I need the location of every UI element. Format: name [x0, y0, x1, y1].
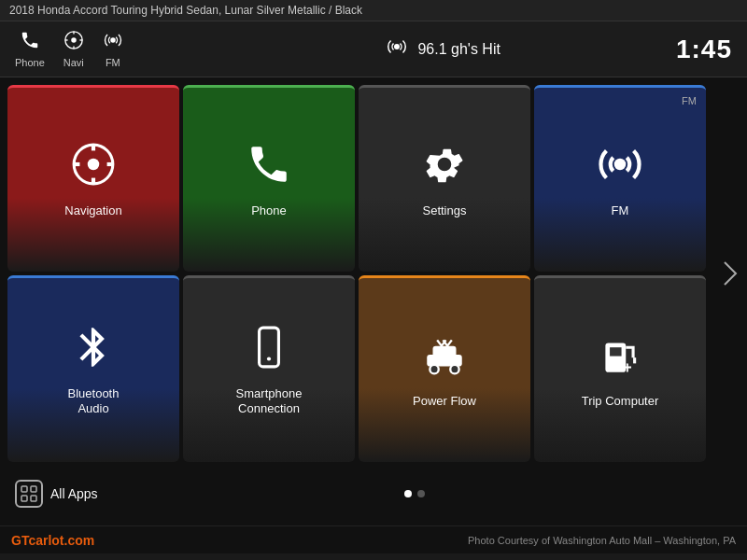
- svg-rect-28: [31, 496, 36, 501]
- svg-rect-22: [610, 347, 622, 356]
- phone-label: Phone: [251, 203, 287, 218]
- photo-label: 2018 Honda Accord Touring Hybrid Sedan, …: [0, 0, 747, 21]
- header-navi-button[interactable]: Navi: [63, 30, 84, 68]
- svg-point-14: [614, 159, 627, 171]
- fm-tile[interactable]: FM FM: [534, 85, 706, 272]
- bluetooth-audio-tile[interactable]: BluetoothAudio: [7, 275, 179, 462]
- phone-header-icon: [20, 30, 40, 55]
- svg-rect-26: [31, 486, 36, 492]
- fm-icon: [597, 141, 643, 194]
- power-flow-label: Power Flow: [413, 394, 476, 409]
- all-apps-button[interactable]: All Apps: [15, 480, 98, 508]
- bluetooth-audio-label: BluetoothAudio: [68, 386, 120, 415]
- radio-station-text: 96.1 gh's Hit: [417, 41, 500, 58]
- radio-display: 96.1 gh's Hit: [229, 35, 657, 63]
- svg-point-6: [110, 37, 116, 43]
- svg-point-9: [88, 159, 100, 171]
- svg-rect-25: [21, 486, 27, 492]
- header-fm-button[interactable]: FM: [103, 30, 123, 68]
- header-nav-group: Phone Navi: [15, 30, 229, 68]
- svg-point-1: [71, 37, 77, 43]
- pagination-dot-1: [404, 490, 412, 497]
- clock-display: 1:45: [657, 35, 732, 64]
- header-bar: Phone Navi: [0, 21, 747, 77]
- smartphone-connection-tile[interactable]: SmartphoneConnection: [183, 275, 355, 462]
- fm-badge: FM: [682, 95, 697, 106]
- smartphone-icon: [246, 324, 292, 377]
- navigation-label: Navigation: [64, 203, 121, 218]
- app-grid-container: Navigation Phone Settings: [0, 77, 747, 469]
- pagination-dots: [98, 490, 732, 497]
- radio-icon: [386, 35, 408, 63]
- next-page-chevron[interactable]: [713, 77, 747, 469]
- watermark-logo: GTcarlot.com: [11, 533, 94, 548]
- navigation-tile[interactable]: Navigation: [7, 85, 179, 272]
- svg-rect-15: [260, 329, 279, 368]
- trip-computer-label: Trip Computer: [582, 394, 659, 409]
- settings-icon: [421, 141, 468, 194]
- navi-header-label: Navi: [63, 57, 84, 68]
- infotainment-screen: Phone Navi: [0, 21, 747, 525]
- navi-header-icon: [63, 30, 84, 55]
- svg-point-7: [394, 44, 400, 49]
- fm-header-label: FM: [106, 57, 120, 68]
- trip-computer-tile[interactable]: + Trip Computer: [534, 275, 706, 462]
- svg-rect-18: [433, 346, 457, 358]
- svg-point-19: [430, 365, 438, 373]
- power-flow-tile[interactable]: Power Flow: [359, 275, 530, 462]
- navigation-icon: [70, 141, 117, 194]
- phone-icon: [246, 141, 292, 194]
- all-apps-icon: [15, 480, 43, 508]
- pagination-dot-2: [417, 490, 425, 497]
- trip-computer-icon: +: [597, 331, 643, 385]
- watermark-credit: Photo Courtesy of Washington Auto Mall –…: [468, 535, 736, 546]
- bottom-bar: All Apps: [0, 469, 747, 518]
- phone-header-label: Phone: [15, 57, 45, 68]
- smartphone-connection-label: SmartphoneConnection: [236, 386, 303, 415]
- app-grid: Navigation Phone Settings: [0, 77, 713, 469]
- phone-tile[interactable]: Phone: [183, 85, 355, 272]
- svg-point-20: [450, 365, 458, 373]
- svg-text:+: +: [623, 359, 631, 375]
- svg-rect-27: [21, 496, 27, 501]
- power-flow-icon: [421, 331, 468, 385]
- settings-label: Settings: [423, 203, 467, 218]
- bluetooth-icon: [70, 324, 117, 377]
- header-phone-button[interactable]: Phone: [15, 30, 45, 68]
- all-apps-label: All Apps: [50, 486, 98, 501]
- fm-label: FM: [612, 203, 629, 218]
- settings-tile[interactable]: Settings: [359, 85, 530, 272]
- fm-header-icon: [103, 30, 123, 55]
- watermark-bar: GTcarlot.com Photo Courtesy of Washingto…: [0, 525, 747, 553]
